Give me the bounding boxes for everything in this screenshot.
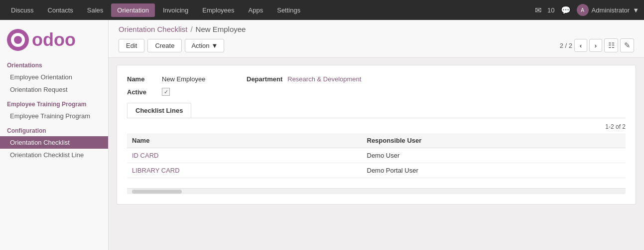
tab-content: 1-2 of 2 Name Responsible User ID CARD D… [127, 118, 626, 183]
nav-invoicing[interactable]: Invoicing [157, 3, 194, 17]
col-responsible-user: Responsible User [362, 133, 626, 148]
active-label: Active [127, 88, 157, 96]
nav-items: Discuss Contacts Sales Orientation Invoi… [5, 3, 535, 17]
nav-sales[interactable]: Sales [81, 3, 110, 17]
form-row-2: Active ✓ [127, 88, 626, 96]
main-layout: odoo Orientations Employee Orientation O… [0, 20, 644, 250]
breadcrumb-current: New Employee [196, 25, 246, 33]
nav-right: ✉ 10 💬 A Administrator ▼ [535, 4, 639, 16]
nav-settings[interactable]: Settings [271, 3, 306, 17]
department-value[interactable]: Research & Development [287, 75, 361, 83]
sidebar-item-employee-training[interactable]: Employee Training Program [0, 110, 108, 122]
nav-discuss[interactable]: Discuss [5, 3, 40, 17]
logo-inner [11, 33, 25, 47]
admin-dropdown-icon: ▼ [633, 6, 639, 14]
row-1-responsible: Demo User [362, 148, 626, 163]
row-1-name[interactable]: ID CARD [127, 148, 362, 163]
admin-avatar: A [577, 4, 589, 16]
scrollbar-thumb[interactable] [132, 190, 182, 194]
nav-contacts[interactable]: Contacts [42, 3, 79, 17]
table-row: LIBRARY CARD Demo Portal User [127, 163, 626, 178]
sidebar-item-orientation-checklist[interactable]: Orientation Checklist [0, 136, 108, 149]
tab-count: 1-2 of 2 [127, 123, 626, 130]
department-label: Department [247, 75, 282, 83]
top-navigation: Discuss Contacts Sales Orientation Invoi… [0, 0, 644, 20]
nav-orientation[interactable]: Orientation [111, 3, 155, 17]
row-2-name[interactable]: LIBRARY CARD [127, 163, 362, 178]
logo-area: odoo [0, 25, 108, 57]
pagination: 2 / 2 ‹ › ☷ ✎ [560, 38, 634, 52]
sidebar-item-employee-orientation[interactable]: Employee Orientation [0, 71, 108, 83]
breadcrumb-separator: / [190, 25, 192, 33]
form-view-button[interactable]: ✎ [620, 38, 634, 52]
department-group: Department Research & Development [247, 75, 361, 83]
sidebar-item-orientation-checklist-line[interactable]: Orientation Checklist Line [0, 149, 108, 161]
breadcrumb: Orientation Checklist / New Employee [119, 25, 634, 33]
name-group: Name New Employee [127, 75, 227, 83]
sidebar-item-orientation-request[interactable]: Orientation Request [0, 83, 108, 96]
row-2-responsible: Demo Portal User [362, 163, 626, 178]
logo-dot [14, 36, 22, 44]
list-view-button[interactable]: ☷ [604, 38, 618, 52]
sidebar: odoo Orientations Employee Orientation O… [0, 20, 109, 250]
tab-header: Checklist Lines [127, 103, 626, 118]
create-button[interactable]: Create [147, 39, 182, 52]
page-header: Orientation Checklist / New Employee Edi… [109, 20, 644, 58]
action-label: Action [191, 42, 209, 49]
next-page-button[interactable]: › [589, 39, 602, 52]
mail-icon[interactable]: ✉ [535, 5, 541, 15]
table-row: ID CARD Demo User [127, 148, 626, 163]
active-group: Active ✓ [127, 88, 227, 96]
form-container: Name New Employee Department Research & … [117, 65, 636, 205]
admin-label: Administrator [592, 6, 630, 14]
configuration-section-title: Configuration [0, 122, 108, 136]
toolbar: Edit Create Action ▼ 2 / 2 ‹ › ☷ ✎ [119, 38, 634, 57]
notification-count[interactable]: 10 [547, 6, 554, 14]
breadcrumb-link[interactable]: Orientation Checklist [119, 25, 187, 33]
logo-circle [7, 29, 29, 51]
training-section-title: Employee Training Program [0, 96, 108, 110]
prev-page-button[interactable]: ‹ [574, 39, 587, 52]
action-button[interactable]: Action ▼ [185, 39, 224, 52]
admin-menu[interactable]: A Administrator ▼ [577, 4, 639, 16]
orientations-section-title: Orientations [0, 57, 108, 71]
main-content: Orientation Checklist / New Employee Edi… [109, 20, 644, 250]
checklist-table: Name Responsible User ID CARD Demo User … [127, 133, 626, 178]
table-header-row: Name Responsible User [127, 133, 626, 148]
active-checkbox[interactable]: ✓ [162, 88, 170, 96]
form-row-1: Name New Employee Department Research & … [127, 75, 626, 83]
pagination-count: 2 / 2 [560, 42, 572, 49]
name-value: New Employee [162, 75, 205, 83]
nav-employees[interactable]: Employees [196, 3, 240, 17]
nav-apps[interactable]: Apps [243, 3, 269, 17]
chat-icon[interactable]: 💬 [561, 5, 571, 15]
logo-text: odoo [32, 31, 76, 49]
name-label: Name [127, 75, 157, 83]
tab-checklist-lines[interactable]: Checklist Lines [127, 103, 191, 118]
col-name: Name [127, 133, 362, 148]
action-dropdown-icon: ▼ [212, 42, 218, 49]
odoo-logo: odoo [7, 29, 76, 51]
tab-container: Checklist Lines 1-2 of 2 Name Responsibl… [127, 103, 626, 194]
edit-button[interactable]: Edit [119, 39, 144, 52]
scrollbar-area [127, 188, 626, 194]
